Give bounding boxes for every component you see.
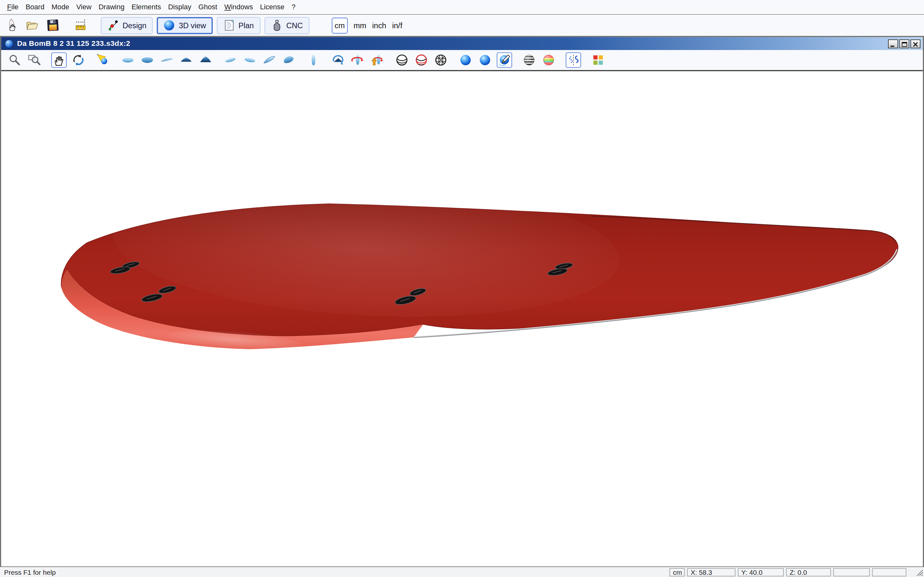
wireframe-sphere-icon <box>395 53 408 66</box>
cnc-icon <box>271 19 283 31</box>
menu-item-file[interactable]: File <box>7 3 19 11</box>
viewbar-zoom-button[interactable] <box>7 52 23 68</box>
window-buttons <box>888 39 921 48</box>
canvas-3d-view[interactable] <box>1 71 923 566</box>
svg-text:0: 0 <box>82 27 83 29</box>
status-panels: cmX: 58.3Y: 40.0Z: 0.0 <box>670 568 906 576</box>
viewbar-rotate-section-button[interactable] <box>330 52 346 68</box>
menu-item-drawing[interactable]: Drawing <box>99 3 124 11</box>
status-coord-y: Y: 40.0 <box>738 568 784 576</box>
unit-button-inch[interactable]: inch <box>372 21 386 30</box>
mode-button-plan[interactable]: Plan <box>216 17 260 34</box>
new-board-icon <box>5 18 19 32</box>
mode-button-label: CNC <box>286 21 303 30</box>
board-rocker-view-icon <box>160 53 173 66</box>
rotate-3d-icon <box>72 53 85 66</box>
mode-button-label: 3D view <box>179 21 206 30</box>
viewbar-board-rocker-view-button[interactable] <box>159 52 174 68</box>
menu-item-ghost[interactable]: Ghost <box>198 3 217 11</box>
application-window: FileBoardModeViewDrawingElementsDisplayG… <box>0 0 924 577</box>
viewbar-rotate-board-button[interactable] <box>350 52 365 68</box>
save-file-button[interactable] <box>46 18 60 32</box>
mode-button-cnc[interactable]: CNC <box>264 17 309 34</box>
menu-item-mode[interactable]: Mode <box>52 3 69 11</box>
viewbar-zoom-window-button[interactable] <box>27 52 42 68</box>
viewbar-wireframe-sphere-button[interactable] <box>394 52 410 68</box>
board-side-view-2-icon <box>244 53 256 66</box>
viewbar-light-button[interactable] <box>95 52 111 68</box>
app-sphere-icon <box>5 39 14 48</box>
menu-item-board[interactable]: Board <box>26 3 45 11</box>
viewbar-wireframe-sphere-red-button[interactable] <box>414 52 429 68</box>
viewbar-board-bottom-view-button[interactable] <box>140 52 155 68</box>
close-button[interactable] <box>911 39 921 48</box>
design-icon <box>107 19 119 31</box>
view-toolbar <box>1 50 923 71</box>
viewbar-rotate-3d-button[interactable] <box>71 52 86 68</box>
zebra-sphere-icon <box>523 53 535 66</box>
menu-item-help[interactable]: ? <box>292 3 296 11</box>
viewbar-flex-symmetry-button[interactable] <box>565 52 581 68</box>
viewbar-shaded-sphere-button[interactable] <box>458 52 473 68</box>
viewbar-color-palette-button[interactable] <box>590 52 606 68</box>
svg-text:1: 1 <box>78 27 79 29</box>
menu-item-windows[interactable]: Windows <box>224 3 253 11</box>
mode-button-3d-view[interactable]: 3D view <box>157 17 212 34</box>
viewbar-mesh-sphere-button[interactable] <box>433 52 449 68</box>
mode-button-label: Design <box>123 21 146 30</box>
minimize-button[interactable] <box>888 39 898 48</box>
zoom-window-icon <box>27 53 40 66</box>
menu-item-display[interactable]: Display <box>168 3 191 11</box>
menu-bar: FileBoardModeViewDrawingElementsDisplayG… <box>0 0 924 15</box>
title-bar[interactable]: Da BomB 8 2 31 125 233.s3dx:2 <box>1 37 923 50</box>
board-perspective-view-2-icon <box>282 53 295 66</box>
unit-button-in-f[interactable]: in/f <box>392 21 402 30</box>
surfboard-3d-render[interactable] <box>1 71 923 566</box>
measurements-button[interactable]: 10 <box>75 18 89 32</box>
menu-item-elements[interactable]: Elements <box>132 3 161 11</box>
viewbar-board-side-view-2-button[interactable] <box>242 52 258 68</box>
viewbar-paint-sphere-button[interactable] <box>497 52 512 68</box>
resize-grip-icon[interactable] <box>915 568 923 576</box>
status-bar: Press F1 for help cmX: 58.3Y: 40.0Z: 0.0 <box>0 566 924 577</box>
unit-button-cm[interactable]: cm <box>332 17 348 33</box>
rotate-section-icon <box>332 53 344 66</box>
status-unit: cm <box>670 568 685 576</box>
new-board-button[interactable] <box>5 18 19 32</box>
plan-icon <box>223 19 235 31</box>
viewbar-section-rear-view-button[interactable] <box>179 52 194 68</box>
viewbar-rotate-board-vertical-button[interactable] <box>370 52 385 68</box>
plan-icon-wrap <box>223 19 235 31</box>
status-coord-x: X: 58.3 <box>687 568 736 576</box>
board-bottom-view-icon <box>141 53 153 66</box>
maximize-button[interactable] <box>899 39 909 48</box>
app-sphere-icon <box>5 39 14 48</box>
document-title: Da BomB 8 2 31 125 233.s3dx:2 <box>17 39 130 48</box>
viewbar-board-perspective-view-2-button[interactable] <box>281 52 296 68</box>
viewbar-shaded-sphere-2-button[interactable] <box>477 52 493 68</box>
viewbar-board-top-view-button[interactable] <box>120 52 136 68</box>
color-palette-icon <box>591 53 604 66</box>
open-file-button[interactable] <box>25 18 39 32</box>
shaded-sphere-2-icon <box>478 53 491 66</box>
menu-item-license[interactable]: License <box>260 3 284 11</box>
mode-button-design[interactable]: Design <box>101 17 153 34</box>
unit-button-mm[interactable]: mm <box>354 21 367 30</box>
menu-item-view[interactable]: View <box>76 3 91 11</box>
zoom-icon <box>8 53 21 66</box>
main-toolbar: 10 Design3D viewPlanCNC cmmminchin/f <box>0 15 924 36</box>
viewbar-board-perspective-view-button[interactable] <box>262 52 277 68</box>
viewbar-board-side-view-button[interactable] <box>223 52 238 68</box>
board-side-view-icon <box>224 53 237 66</box>
viewbar-zebra-sphere-button[interactable] <box>522 52 537 68</box>
board-perspective-view-icon <box>263 53 276 66</box>
status-extra-1 <box>833 568 870 576</box>
cnc-icon-wrap <box>271 19 283 31</box>
viewbar-pan-hand-button[interactable] <box>51 52 67 68</box>
viewbar-section-front-view-button[interactable] <box>198 52 213 68</box>
file-toolbar-group: 10 <box>5 18 89 32</box>
mesh-sphere-icon <box>435 53 447 66</box>
viewbar-rainbow-sphere-button[interactable] <box>541 52 556 68</box>
board-front-view-icon <box>307 53 320 66</box>
viewbar-board-front-view-button[interactable] <box>306 52 321 68</box>
